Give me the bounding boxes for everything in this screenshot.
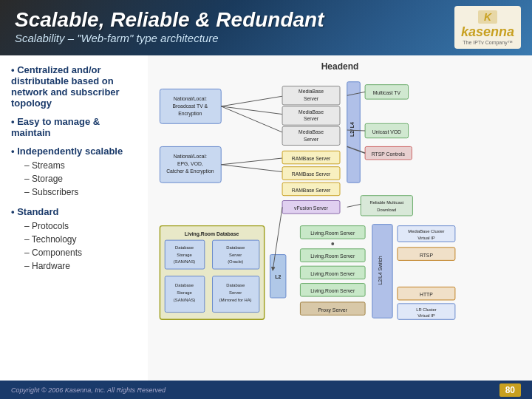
headend-label: Headend xyxy=(154,61,526,72)
mediabase-label-3b: Server xyxy=(304,137,319,142)
mediabase-cluster-label: MediaBase Cluster xyxy=(408,229,444,233)
living-server-label-4: Living.Room Server xyxy=(310,288,355,294)
unicast-vod-label: Unicast VOD xyxy=(372,129,401,134)
bullet-main-2: Easy to manage & maintain xyxy=(11,116,137,138)
l2l4-switch-label: L2/L4 Switch xyxy=(378,256,383,284)
reliable-multicast-label2: Download xyxy=(377,208,396,212)
logo-subtext: The IPTv Company™ xyxy=(463,40,512,45)
arrow-5 xyxy=(221,165,282,172)
rambase-label-2: RAMBase Server xyxy=(292,171,331,177)
rambase-label-1: RAMBase Server xyxy=(292,156,331,161)
header: Scalable, Reliable & Redundant Scalabili… xyxy=(0,0,532,55)
multicast-tv-label: Multicast TV xyxy=(373,90,401,95)
lr-cluster-label: LR Cluster xyxy=(416,307,437,312)
db-server-label-1: Database xyxy=(226,245,245,250)
mediabase-label-3: MediaBase xyxy=(299,129,324,134)
copyright: Copyright © 2006 Kasenna, Inc. All Right… xyxy=(11,386,166,394)
living-server-label-1: Living.Room Server xyxy=(310,231,355,236)
logo-area: K kasenna The IPTv Company™ xyxy=(454,6,521,49)
bullet-item-3: Independently scalable Streams Storage S… xyxy=(11,146,137,199)
db-storage-label-1b: Storage xyxy=(177,253,191,257)
sub-bullet-subscribers: Subscribers xyxy=(24,185,137,199)
national-local-label-2: National/Local: xyxy=(174,154,207,159)
proxy-server-label: Proxy Server xyxy=(318,307,348,313)
left-panel: Centralized and/or distributable based o… xyxy=(0,55,148,381)
l2l4-to-reliable xyxy=(347,204,361,207)
living-room-db-label: Living.Room Database xyxy=(185,231,239,237)
bullet-main-3: Independently scalable xyxy=(11,146,137,157)
page-number: 80 xyxy=(499,383,521,397)
db-server-label-1c: (Oracle) xyxy=(228,259,243,264)
svg-text:K: K xyxy=(484,11,492,23)
l2-l4-label: L2/ L4 xyxy=(349,122,355,137)
arrow-4 xyxy=(221,158,282,165)
national-local-label-1c: Encryption xyxy=(178,111,202,117)
db-storage-label-2b: Storage xyxy=(177,290,191,295)
db-server-label-1b: Server xyxy=(229,253,242,257)
db-server-label-2: Database xyxy=(226,283,245,287)
living-server-label-3: Living.Room Server xyxy=(310,271,355,277)
sub-bullet-components: Components xyxy=(24,246,137,259)
national-local-label-1: National/Local: xyxy=(174,96,207,101)
rtsp-controls-label: RTSP Controls xyxy=(372,151,406,157)
db-storage-label-2c: (SAN/NAS) xyxy=(174,298,196,302)
db-server-label-2c: (Mirrored for HA) xyxy=(219,298,252,302)
sub-bullets-3: Streams Storage Subscribers xyxy=(24,159,137,199)
sub-bullet-protocols: Protocols xyxy=(24,219,137,233)
living-server-label-2: Living.Room Server xyxy=(310,253,355,259)
mediabase-cluster-label2: Virtual IP xyxy=(417,236,435,240)
db-storage-label-1: Database xyxy=(175,245,194,250)
footer: Copyright © 2006 Kasenna, Inc. All Right… xyxy=(0,381,532,399)
bullet-main-1: Centralized and/or distributable based o… xyxy=(11,64,137,109)
national-local-label-1b: Broadcast TV & xyxy=(173,103,208,109)
sub-bullet-technology: Technology xyxy=(24,233,137,246)
db-server-label-2b: Server xyxy=(229,290,242,295)
bullet-main-4: Standard xyxy=(11,206,137,217)
l2-label: L2 xyxy=(275,274,281,279)
reliable-multicast-label: Reliable Multicast xyxy=(369,200,403,205)
main-content: Centralized and/or distributable based o… xyxy=(0,55,532,381)
arrow-1 xyxy=(221,96,282,106)
reliable-multicast-box xyxy=(361,196,412,216)
db-storage-label-1c: (SAN/NAS) xyxy=(174,259,196,264)
vfusion-label: vFusion Server xyxy=(294,205,329,211)
mediabase-label-1: MediaBase xyxy=(299,89,324,94)
bullet-item-4: Standard Protocols Technology Components… xyxy=(11,206,137,273)
sub-bullet-streams: Streams xyxy=(24,159,137,172)
page-title: Scalable, Reliable & Redundant xyxy=(15,9,517,32)
db-storage-label-2: Database xyxy=(175,283,194,287)
sub-bullet-hardware: Hardware xyxy=(24,259,137,273)
logo-icon: K xyxy=(477,10,498,24)
mediabase-label-2: MediaBase xyxy=(299,109,324,115)
sub-bullet-storage: Storage xyxy=(24,172,137,185)
bullet-item-1: Centralized and/or distributable based o… xyxy=(11,64,137,109)
sub-bullets-4: Protocols Technology Components Hardware xyxy=(24,219,137,273)
architecture-diagram: National/Local: Broadcast TV & Encryptio… xyxy=(154,75,526,355)
diagram-panel: Headend National/Local: Broadcast TV & E… xyxy=(148,55,532,381)
page-subtitle: Scalability – "Web-farm" type architectu… xyxy=(15,32,517,44)
separator-dot xyxy=(331,242,334,245)
rtsp-label: RTSP xyxy=(420,253,434,258)
bullet-item-2: Easy to manage & maintain xyxy=(11,116,137,138)
http-label: HTTP xyxy=(420,292,433,297)
rambase-label-3: RAMBase Server xyxy=(292,188,331,193)
mediabase-label-1b: Server xyxy=(304,96,319,101)
national-local-label-2b: EPG, VOD, xyxy=(177,161,203,166)
logo-text: kasenna xyxy=(461,24,514,40)
lr-cluster-label2: Virtual IP xyxy=(417,313,435,318)
mediabase-label-2b: Server xyxy=(304,116,319,121)
national-local-label-2c: Catcher & Encryption xyxy=(166,168,214,174)
